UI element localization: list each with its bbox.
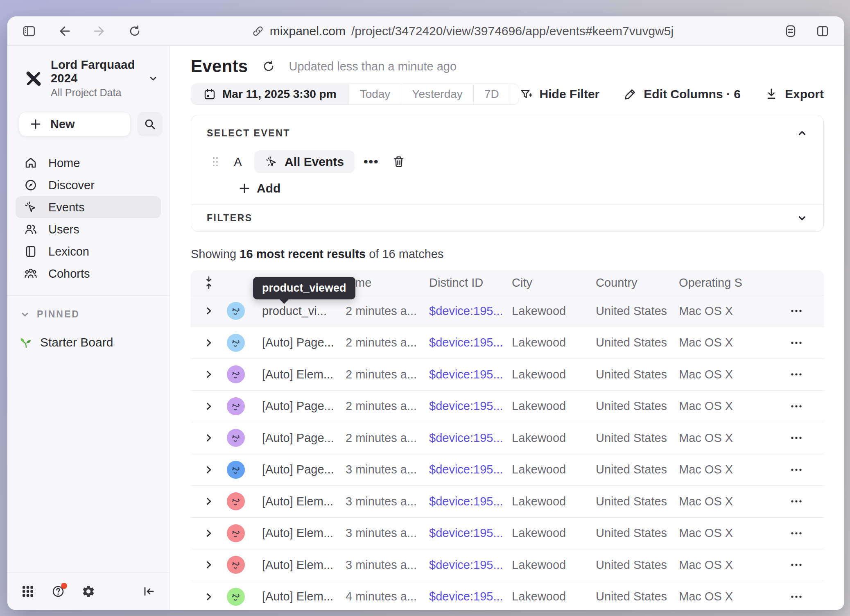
column-header-city[interactable]: City	[512, 276, 596, 290]
reload-icon[interactable]	[127, 23, 142, 39]
pinned-section-header[interactable]: PINNED	[20, 309, 169, 320]
distinct-id-link[interactable]: $device:195...	[429, 526, 512, 540]
back-icon[interactable]	[57, 23, 72, 39]
city-cell: Lakewood	[512, 590, 596, 603]
country-cell: United States	[596, 495, 679, 508]
event-name-cell[interactable]: product_vi...	[251, 304, 346, 318]
edit-columns-button[interactable]: Edit Columns · 6	[623, 87, 741, 101]
settings-gear-icon[interactable]	[79, 582, 97, 600]
date-range-control: Mar 11, 2025 3:30 pm Today Yesterday 7D …	[191, 84, 519, 105]
event-avatar	[227, 334, 245, 352]
sidebar-item-cohorts[interactable]: Cohorts	[16, 263, 161, 285]
new-button[interactable]: New	[19, 112, 131, 136]
sidebar-item-events[interactable]: Events	[16, 196, 161, 218]
workspace-switcher[interactable]: Lord Farquaad 2024 All Project Data	[7, 46, 169, 101]
range-yesterday[interactable]: Yesterday	[401, 84, 474, 104]
expand-row-icon[interactable]	[203, 369, 214, 380]
distinct-id-link[interactable]: $device:195...	[429, 590, 512, 603]
distinct-id-link[interactable]: $device:195...	[429, 495, 512, 508]
apps-grid-icon[interactable]	[19, 582, 37, 600]
pinned-item-starter-board[interactable]: Starter Board	[20, 335, 169, 349]
distinct-id-link[interactable]: $device:195...	[429, 431, 512, 445]
row-more-options-icon[interactable]	[789, 308, 803, 314]
row-more-options-icon[interactable]	[789, 562, 803, 568]
sidebar-item-lexicon[interactable]: Lexicon	[16, 240, 161, 263]
export-button[interactable]: Export	[764, 87, 824, 101]
event-name-cell[interactable]: [Auto] Elem...	[251, 590, 346, 603]
event-selector-button[interactable]: All Events	[254, 150, 355, 173]
drag-handle-icon[interactable]	[210, 156, 221, 168]
distinct-id-link[interactable]: $device:195...	[429, 304, 512, 318]
collapse-sidebar-icon[interactable]	[140, 582, 158, 600]
event-name-cell[interactable]: [Auto] Elem...	[251, 526, 346, 540]
distinct-id-link[interactable]: $device:195...	[429, 368, 512, 381]
sidebar-toggle-icon[interactable]	[21, 23, 37, 39]
expand-row-icon[interactable]	[203, 401, 214, 412]
expand-section-icon[interactable]	[795, 211, 809, 226]
event-avatar	[227, 461, 245, 479]
range-30d[interactable]: 30D	[510, 84, 519, 104]
range-7d[interactable]: 7D	[474, 84, 510, 104]
row-more-options-icon[interactable]	[789, 594, 803, 600]
row-more-options-icon[interactable]	[789, 498, 803, 504]
event-name-cell[interactable]: [Auto] Elem...	[251, 368, 346, 381]
event-more-options-icon[interactable]: •••	[364, 155, 379, 169]
os-cell: Mac OS X	[679, 399, 769, 413]
column-header-country[interactable]: Country	[596, 276, 679, 290]
distinct-id-link[interactable]: $device:195...	[429, 336, 512, 349]
forward-icon[interactable]	[92, 23, 107, 39]
distinct-id-link[interactable]: $device:195...	[429, 463, 512, 476]
help-icon[interactable]	[49, 582, 67, 600]
distinct-id-link[interactable]: $device:195...	[429, 399, 512, 413]
expand-row-icon[interactable]	[203, 559, 214, 570]
os-cell: Mac OS X	[679, 526, 769, 540]
search-button[interactable]	[137, 112, 163, 136]
main-content: Events Updated less than a minute ago Ma…	[170, 46, 844, 610]
expand-row-icon[interactable]	[203, 306, 214, 316]
page-settings-icon[interactable]	[783, 23, 798, 39]
event-name-cell[interactable]: [Auto] Page...	[251, 463, 346, 476]
event-name-cell[interactable]: [Auto] Page...	[251, 399, 346, 413]
range-today[interactable]: Today	[349, 84, 402, 104]
sort-order-icon[interactable]	[203, 276, 215, 290]
expand-row-icon[interactable]	[203, 496, 214, 507]
column-header-distinct-id[interactable]: Distinct ID	[429, 276, 512, 290]
row-more-options-icon[interactable]	[789, 340, 803, 346]
time-cell: 2 minutes a...	[346, 368, 429, 381]
split-view-icon[interactable]	[815, 23, 830, 39]
sidebar-item-discover[interactable]: Discover	[16, 174, 161, 196]
column-header-time[interactable]: Time	[346, 276, 429, 290]
row-more-options-icon[interactable]	[789, 403, 803, 409]
event-name-cell[interactable]: [Auto] Elem...	[251, 495, 346, 508]
row-more-options-icon[interactable]	[789, 371, 803, 377]
table-row: [Auto] Elem... 3 minutes a... $device:19…	[191, 517, 824, 549]
os-cell: Mac OS X	[679, 590, 769, 603]
collapse-section-icon[interactable]	[795, 126, 809, 140]
event-name-cell[interactable]: [Auto] Page...	[251, 336, 346, 349]
add-event-button[interactable]: Add	[239, 181, 280, 195]
event-name-cell[interactable]: [Auto] Page...	[251, 431, 346, 445]
sidebar-item-label: Discover	[48, 179, 95, 192]
filters-section[interactable]: FILTERS	[191, 204, 823, 231]
distinct-id-link[interactable]: $device:195...	[429, 558, 512, 572]
address-bar[interactable]: mixpanel.com/project/3472420/view/397469…	[142, 24, 783, 38]
row-more-options-icon[interactable]	[789, 467, 803, 473]
city-cell: Lakewood	[512, 304, 596, 318]
row-more-options-icon[interactable]	[789, 530, 803, 536]
sidebar-item-home[interactable]: Home	[16, 152, 161, 174]
expand-row-icon[interactable]	[203, 591, 214, 602]
select-event-section: SELECT EVENT A All Events	[191, 115, 823, 204]
expand-row-icon[interactable]	[203, 464, 214, 475]
refresh-icon[interactable]	[260, 58, 277, 75]
date-picker-segment[interactable]: Mar 11, 2025 3:30 pm	[191, 84, 349, 104]
sidebar-item-users[interactable]: Users	[16, 218, 161, 240]
expand-row-icon[interactable]	[203, 433, 214, 443]
expand-row-icon[interactable]	[203, 337, 214, 348]
hide-filter-button[interactable]: Hide Filter	[519, 87, 600, 101]
event-name-cell[interactable]: [Auto] Elem...	[251, 558, 346, 572]
column-header-os[interactable]: Operating S	[679, 276, 769, 290]
notification-dot	[61, 583, 67, 589]
expand-row-icon[interactable]	[203, 528, 214, 539]
row-more-options-icon[interactable]	[789, 435, 803, 441]
delete-event-icon[interactable]	[391, 154, 407, 170]
